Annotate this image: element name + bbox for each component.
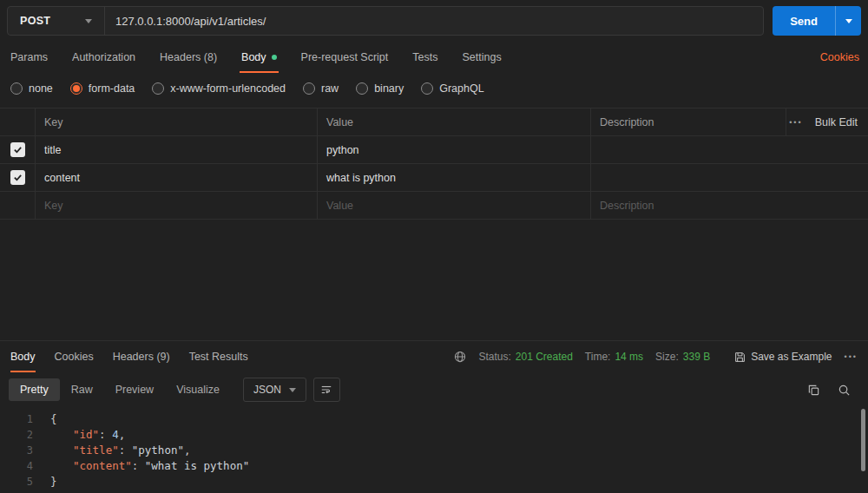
mode-binary[interactable]: binary bbox=[356, 82, 404, 95]
code-line: 4 "content": "what is python" bbox=[0, 458, 868, 474]
mode-raw[interactable]: raw bbox=[303, 82, 339, 95]
network-info-icon[interactable] bbox=[454, 351, 466, 363]
tab-prerequest-script[interactable]: Pre-request Script bbox=[299, 42, 391, 73]
mode-label: x-www-form-urlencoded bbox=[170, 82, 286, 95]
column-label: Value bbox=[326, 116, 353, 128]
check-icon bbox=[13, 145, 23, 154]
key-cell[interactable]: title bbox=[35, 136, 317, 163]
body-mode-selector: none form-data x-www-form-urlencoded raw… bbox=[0, 73, 868, 104]
cell-placeholder: Key bbox=[44, 200, 63, 212]
response-body-code: 1 { 2 "id": 4, 3 "title": "python", 4 "c… bbox=[0, 407, 868, 493]
save-as-example-button[interactable]: Save as Example bbox=[734, 351, 832, 363]
url-control: POST bbox=[7, 6, 764, 36]
view-raw-button[interactable]: Raw bbox=[60, 378, 104, 401]
tab-label: Tests bbox=[412, 51, 437, 63]
description-cell[interactable]: Description bbox=[590, 192, 868, 219]
request-body-empty-area bbox=[0, 220, 868, 340]
cell-placeholder: Description bbox=[600, 200, 654, 212]
send-options-button[interactable] bbox=[835, 6, 861, 36]
column-header-key: Key bbox=[35, 108, 317, 135]
view-preview-button[interactable]: Preview bbox=[104, 378, 165, 401]
radio-icon bbox=[303, 82, 315, 95]
table-row: title python bbox=[0, 136, 868, 164]
tab-headers[interactable]: Headers (8) bbox=[158, 42, 219, 73]
json-key: "id" bbox=[73, 428, 99, 441]
code-content: "id": 4, bbox=[50, 427, 125, 443]
cookies-link[interactable]: Cookies bbox=[820, 51, 859, 63]
format-select[interactable]: JSON bbox=[243, 378, 306, 402]
table-header-actions: ••• Bulk Edit bbox=[786, 108, 868, 135]
bulk-edit-button[interactable]: Bulk Edit bbox=[815, 116, 858, 128]
view-visualize-button[interactable]: Visualize bbox=[165, 378, 231, 401]
view-pretty-button[interactable]: Pretty bbox=[9, 378, 60, 401]
code-content: "content": "what is python" bbox=[50, 458, 249, 474]
value-cell[interactable]: what is python bbox=[317, 164, 590, 191]
tab-label: Cookies bbox=[55, 351, 94, 363]
copy-icon[interactable] bbox=[807, 384, 820, 397]
brace-token: { bbox=[50, 412, 57, 425]
mode-form-data[interactable]: form-data bbox=[70, 82, 135, 95]
more-options-icon[interactable]: ••• bbox=[789, 118, 802, 127]
response-tabs: Body Cookies Headers (9) Test Results St… bbox=[0, 341, 868, 372]
postman-app: POST Send Params Authorization Headers (… bbox=[0, 0, 868, 493]
description-cell[interactable] bbox=[590, 136, 868, 163]
save-as-example-label: Save as Example bbox=[751, 351, 832, 363]
mode-none[interactable]: none bbox=[10, 82, 53, 95]
value-cell[interactable]: python bbox=[317, 136, 590, 163]
value-cell[interactable]: Value bbox=[317, 192, 590, 219]
toolbar-right-icons bbox=[807, 384, 859, 397]
tab-label: Authorization bbox=[72, 51, 135, 63]
wrap-lines-icon bbox=[320, 384, 332, 396]
line-number: 2 bbox=[0, 427, 50, 443]
search-icon[interactable] bbox=[838, 384, 851, 397]
method-label: POST bbox=[20, 15, 50, 27]
size-value: 339 B bbox=[683, 351, 710, 363]
response-tab-cookies[interactable]: Cookies bbox=[55, 341, 94, 372]
url-input[interactable] bbox=[105, 7, 763, 35]
line-number: 5 bbox=[0, 474, 50, 490]
mode-label: raw bbox=[321, 82, 339, 95]
vertical-scrollbar-thumb[interactable] bbox=[861, 409, 865, 471]
wrap-lines-button[interactable] bbox=[313, 378, 340, 402]
tab-settings[interactable]: Settings bbox=[460, 42, 503, 73]
code-content: "title": "python", bbox=[50, 443, 191, 458]
response-more-options-icon[interactable]: ••• bbox=[845, 352, 858, 361]
radio-icon bbox=[10, 82, 23, 95]
brace-token: } bbox=[50, 475, 57, 488]
format-label: JSON bbox=[253, 384, 281, 396]
radio-icon bbox=[356, 82, 368, 95]
response-tab-headers[interactable]: Headers (9) bbox=[113, 341, 170, 372]
tab-authorization[interactable]: Authorization bbox=[70, 42, 137, 73]
tab-body[interactable]: Body bbox=[240, 42, 279, 73]
description-cell[interactable] bbox=[590, 164, 868, 191]
tab-label: Test Results bbox=[189, 351, 248, 363]
response-panel: Body Cookies Headers (9) Test Results St… bbox=[0, 340, 868, 493]
tab-params[interactable]: Params bbox=[9, 42, 49, 73]
response-tab-body[interactable]: Body bbox=[10, 341, 36, 372]
row-checkbox-cell bbox=[0, 136, 35, 163]
separator: : bbox=[132, 459, 145, 472]
column-header-description: Description bbox=[590, 108, 786, 135]
size-label: Size: bbox=[655, 351, 679, 363]
json-number: 4 bbox=[112, 428, 119, 441]
column-label: Description bbox=[600, 116, 654, 128]
table-row-empty: Key Value Description bbox=[0, 192, 868, 220]
mode-graphql[interactable]: GraphQL bbox=[421, 82, 483, 95]
checkbox-checked[interactable] bbox=[10, 170, 25, 185]
tab-tests[interactable]: Tests bbox=[411, 42, 439, 73]
key-cell[interactable]: Key bbox=[35, 192, 317, 219]
response-tab-test-results[interactable]: Test Results bbox=[189, 341, 248, 372]
column-label: Key bbox=[44, 116, 63, 128]
checkbox-checked[interactable] bbox=[10, 142, 25, 157]
method-select[interactable]: POST bbox=[8, 7, 105, 35]
tab-label: Body bbox=[241, 51, 266, 63]
json-key: "content" bbox=[73, 459, 132, 472]
mode-label: binary bbox=[374, 82, 404, 95]
mode-x-www-form-urlencoded[interactable]: x-www-form-urlencoded bbox=[152, 82, 286, 95]
code-content: { bbox=[50, 411, 57, 427]
cell-value: title bbox=[44, 144, 61, 156]
send-button[interactable]: Send bbox=[773, 6, 835, 36]
send-button-group: Send bbox=[773, 6, 861, 36]
cell-value: python bbox=[326, 144, 359, 156]
key-cell[interactable]: content bbox=[35, 164, 317, 191]
